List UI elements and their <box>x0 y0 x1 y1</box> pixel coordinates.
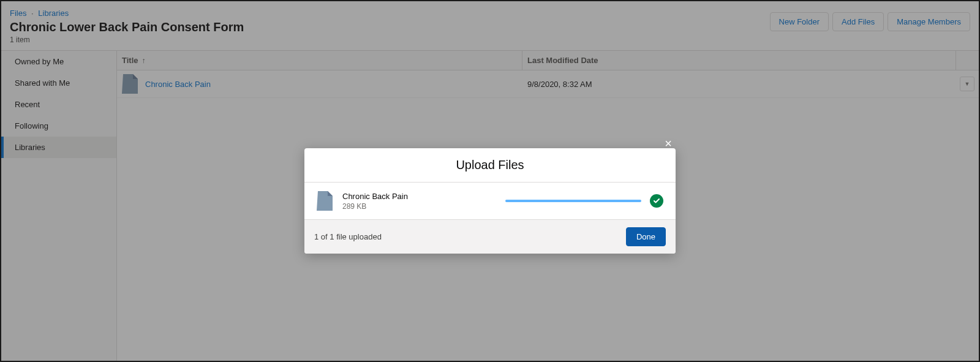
modal-overlay: × Upload Files Chronic Back Pain 289 KB <box>1 1 979 361</box>
upload-file-name: Chronic Back Pain <box>342 192 408 201</box>
upload-file-info: Chronic Back Pain 289 KB <box>342 192 408 211</box>
close-button[interactable]: × <box>661 136 676 151</box>
upload-file-size: 289 KB <box>342 202 408 211</box>
modal-title: Upload Files <box>304 148 676 183</box>
modal-footer: 1 of 1 file uploaded Done <box>304 220 676 254</box>
modal-body: Chronic Back Pain 289 KB <box>304 183 676 220</box>
success-check-icon <box>650 194 663 208</box>
done-button[interactable]: Done <box>626 227 666 246</box>
file-icon <box>317 191 334 211</box>
upload-status-text: 1 of 1 file uploaded <box>314 232 382 241</box>
upload-progress <box>505 200 641 202</box>
upload-files-modal: × Upload Files Chronic Back Pain 289 KB <box>304 148 676 254</box>
upload-progress-bar <box>505 200 641 202</box>
close-icon: × <box>665 137 672 150</box>
